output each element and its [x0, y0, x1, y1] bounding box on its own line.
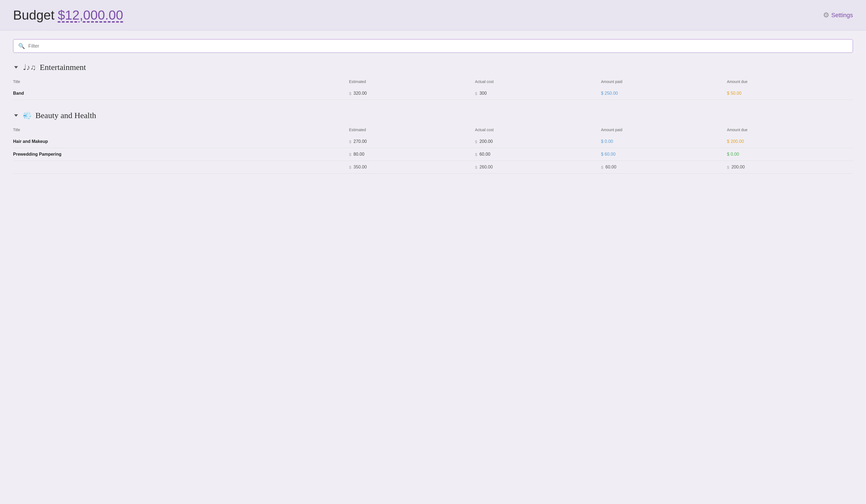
estimated-cell: $ 80.00 — [349, 152, 471, 157]
col-amount-due-header: Amount due — [727, 125, 853, 135]
summary-actual-cost: $ 260.00 — [475, 165, 598, 169]
amount-due-value: $ 0.00 — [727, 152, 739, 156]
entertainment-title: Entertainment — [40, 63, 86, 72]
summary-estimated: $ 350.00 — [349, 165, 471, 169]
amount-due-value: $ 50.00 — [727, 91, 741, 96]
col-amount-paid-header: Amount paid — [601, 125, 727, 135]
entertainment-collapse-button[interactable] — [13, 64, 19, 71]
actual-cost-value: 60.00 — [479, 152, 490, 157]
main-content: 🔍 ♩♪♫ Entertainment Title Estimated Actu… — [0, 31, 866, 193]
filter-input[interactable] — [28, 43, 848, 49]
col-amount-due-header: Amount due — [727, 77, 853, 87]
estimated-cell: $ 270.00 — [349, 139, 471, 144]
item-title: Band — [13, 91, 24, 96]
settings-button[interactable]: ⚙ Settings — [823, 11, 853, 19]
col-actual-cost-header: Actual cost — [475, 77, 601, 87]
amount-paid-value: $ 60.00 — [601, 152, 615, 156]
budget-amount[interactable]: $12,000.00 — [58, 8, 123, 23]
beauty-health-table: Title Estimated Actual cost Amount paid … — [13, 125, 853, 173]
actual-cost-cell: $ 300 — [475, 91, 598, 96]
table-row: Prewedding Pampering $ 80.00 $ 60.00 — [13, 148, 853, 161]
entertainment-table-header-row: Title Estimated Actual cost Amount paid … — [13, 77, 853, 87]
actual-cost-cell: $ 200.00 — [475, 139, 598, 144]
col-amount-paid-header: Amount paid — [601, 77, 727, 87]
actual-cost-cell: $ 60.00 — [475, 152, 598, 157]
entertainment-table: Title Estimated Actual cost Amount paid … — [13, 77, 853, 100]
settings-label: Settings — [831, 12, 853, 19]
entertainment-header: ♩♪♫ Entertainment — [13, 63, 853, 72]
gear-icon: ⚙ — [823, 11, 829, 19]
estimated-value: 320.00 — [354, 91, 367, 96]
item-title: Prewedding Pampering — [13, 152, 62, 156]
page-header: Budget $12,000.00 ⚙ Settings — [0, 0, 866, 31]
entertainment-icon: ♩♪♫ — [23, 63, 36, 72]
search-icon: 🔍 — [18, 43, 25, 49]
col-title-header: Title — [13, 77, 349, 87]
estimated-value: 80.00 — [354, 152, 364, 157]
chevron-down-icon — [14, 66, 18, 69]
actual-cost-value: 300 — [479, 91, 487, 96]
amount-due-value: $ 200.00 — [727, 139, 744, 144]
filter-bar: 🔍 — [13, 39, 853, 53]
summary-actual-cost-value: 260.00 — [479, 165, 493, 169]
actual-cost-value: 200.00 — [479, 139, 493, 144]
beauty-health-table-header-row: Title Estimated Actual cost Amount paid … — [13, 125, 853, 135]
summary-amount-paid: $ 60.00 — [601, 165, 724, 169]
beauty-health-summary-row: $ 350.00 $ 260.00 $ 60.00 — [13, 161, 853, 173]
summary-amount-due: $ 200.00 — [727, 165, 850, 169]
col-actual-cost-header: Actual cost — [475, 125, 601, 135]
table-row: Band $ 320.00 $ 300 — [13, 87, 853, 100]
summary-estimated-value: 350.00 — [354, 165, 367, 169]
col-estimated-header: Estimated — [349, 125, 475, 135]
budget-title: Budget $12,000.00 — [13, 8, 123, 23]
summary-amount-due-value: 200.00 — [731, 165, 745, 169]
item-title: Hair and Makeup — [13, 139, 48, 144]
beauty-health-collapse-button[interactable] — [13, 112, 19, 120]
estimated-value: 270.00 — [354, 139, 367, 144]
col-estimated-header: Estimated — [349, 77, 475, 87]
budget-label: Budget — [13, 8, 54, 23]
beauty-health-header: 💨 Beauty and Health — [13, 111, 853, 120]
amount-paid-value: $ 0.00 — [601, 139, 613, 144]
amount-paid-value: $ 250.00 — [601, 91, 618, 96]
beauty-health-icon: 💨 — [23, 111, 32, 120]
beauty-health-section: 💨 Beauty and Health Title Estimated Actu… — [13, 111, 853, 173]
beauty-health-title: Beauty and Health — [35, 111, 96, 120]
estimated-cell: $ 320.00 — [349, 91, 471, 96]
entertainment-section: ♩♪♫ Entertainment Title Estimated Actual… — [13, 63, 853, 100]
col-title-header: Title — [13, 125, 349, 135]
summary-amount-paid-value: 60.00 — [606, 165, 617, 169]
chevron-down-icon — [14, 114, 18, 117]
table-row: Hair and Makeup $ 270.00 $ 200.00 — [13, 135, 853, 148]
